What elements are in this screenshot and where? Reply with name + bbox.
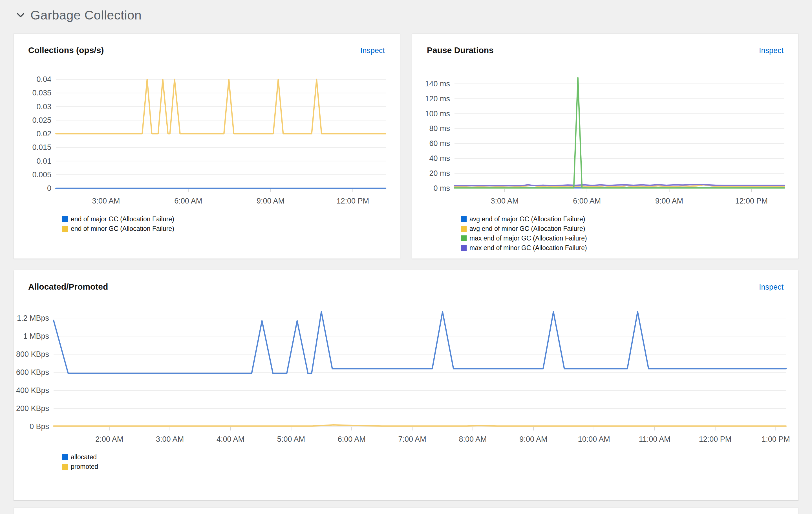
series-line-allocated [54, 312, 786, 374]
y-axis-label: 80 ms [429, 124, 450, 133]
y-axis-label: 0 Bps [30, 422, 49, 431]
panel-header: Collections (ops/s) Inspect [13, 34, 400, 55]
legend-item: end of minor GC (Allocation Failure) [62, 225, 400, 233]
section-header: Garbage Collection [16, 8, 142, 23]
y-axis-label: 140 ms [425, 80, 450, 88]
y-axis-label: 0.035 [32, 89, 51, 97]
x-axis-label: 11:00 AM [639, 435, 670, 443]
x-axis-label: 8:00 AM [459, 435, 487, 443]
y-axis-label: 0.015 [32, 143, 51, 152]
legend-swatch-icon [461, 236, 467, 241]
y-axis-label: 20 ms [429, 169, 450, 178]
x-axis-label: 6:00 AM [573, 197, 601, 205]
x-axis-label: 12:00 PM [337, 197, 369, 205]
legend-item: avg end of minor GC (Allocation Failure) [461, 225, 799, 233]
y-axis-label: 400 KBps [16, 386, 49, 395]
legend-item: promoted [62, 463, 799, 470]
legend-label: max end of minor GC (Allocation Failure) [469, 244, 587, 252]
section-collapse-toggle[interactable] [16, 12, 25, 18]
legend-label: max end of major GC (Allocation Failure) [469, 235, 587, 242]
y-axis-label: 0.02 [36, 130, 51, 138]
x-axis-label: 5:00 AM [277, 435, 305, 443]
section-title: Garbage Collection [30, 8, 142, 23]
chart-legend: end of major GC (Allocation Failure)end … [62, 215, 400, 233]
y-axis-label: 120 ms [425, 94, 450, 103]
x-axis-label: 12:00 PM [735, 197, 768, 205]
panel-collections: Collections (ops/s) Inspect 00.0050.010.… [13, 34, 400, 259]
legend-swatch-icon [62, 454, 68, 460]
y-axis-label: 0.04 [36, 75, 51, 84]
legend-item: avg end of major GC (Allocation Failure) [461, 215, 799, 223]
panel-header: Pause Durations Inspect [412, 34, 799, 55]
legend-label: allocated [71, 453, 97, 461]
x-axis-label: 3:00 AM [156, 435, 184, 443]
x-axis-label: 10:00 AM [578, 435, 610, 443]
y-axis-label: 0 [47, 184, 51, 192]
panel-title: Pause Durations [427, 46, 494, 55]
x-axis-label: 3:00 AM [92, 197, 120, 205]
y-axis-label: 1.2 MBps [17, 314, 49, 322]
chart-legend: allocatedpromoted [62, 453, 799, 470]
inspect-link[interactable]: Inspect [759, 283, 784, 292]
y-axis-label: 800 KBps [16, 350, 49, 358]
chevron-down-icon [16, 12, 25, 18]
x-axis-label: 2:00 AM [95, 435, 123, 443]
legend-label: end of major GC (Allocation Failure) [71, 215, 174, 223]
y-axis-label: 40 ms [429, 154, 450, 163]
x-axis-label: 4:00 AM [216, 435, 244, 443]
y-axis-label: 0.025 [32, 116, 51, 125]
legend-swatch-icon [62, 216, 68, 222]
legend-item: end of major GC (Allocation Failure) [62, 215, 400, 223]
legend-label: avg end of major GC (Allocation Failure) [469, 215, 585, 223]
legend-swatch-icon [461, 245, 467, 251]
panel-pause-durations: Pause Durations Inspect 0 ms20 ms40 ms60… [412, 34, 799, 259]
x-axis-label: 6:00 AM [174, 197, 202, 205]
legend-label: promoted [71, 463, 98, 470]
legend-swatch-icon [461, 216, 467, 222]
panel-title: Allocated/Promoted [28, 282, 108, 292]
x-axis-label: 6:00 AM [338, 435, 366, 443]
legend-swatch-icon [62, 226, 68, 232]
y-axis-label: 0 ms [433, 184, 450, 192]
inspect-link[interactable]: Inspect [759, 46, 784, 55]
x-axis-label: 12:00 PM [699, 435, 732, 443]
series-line-max-end-of-major-gc-allocation-failure- [455, 78, 784, 188]
y-axis-label: 1 MBps [23, 332, 49, 341]
x-axis-label: 1:00 PM [761, 435, 790, 443]
chart-pause-durations: 0 ms20 ms40 ms60 ms80 ms100 ms120 ms140 … [412, 67, 799, 214]
y-axis-label: 600 KBps [16, 368, 49, 377]
x-axis-label: 9:00 AM [655, 197, 683, 205]
legend-item: allocated [62, 453, 799, 461]
x-axis-label: 9:00 AM [257, 197, 285, 205]
legend-item: max end of major GC (Allocation Failure) [461, 235, 799, 242]
legend-label: avg end of minor GC (Allocation Failure) [469, 225, 585, 233]
chart-legend: avg end of major GC (Allocation Failure)… [461, 215, 799, 252]
y-axis-label: 200 KBps [16, 404, 49, 413]
next-panel-top-edge [13, 508, 799, 514]
y-axis-label: 0.005 [32, 170, 51, 179]
x-axis-label: 7:00 AM [398, 435, 426, 443]
series-line-max-end-of-minor-gc-allocation-failure- [455, 185, 784, 186]
series-line-promoted [54, 425, 786, 426]
x-axis-label: 9:00 AM [519, 435, 547, 443]
panel-header: Allocated/Promoted Inspect [13, 270, 799, 292]
panel-title: Collections (ops/s) [28, 46, 104, 55]
y-axis-label: 60 ms [429, 139, 450, 147]
panel-allocated-promoted: Allocated/Promoted Inspect 0 Bps200 KBps… [13, 270, 799, 500]
chart-collections: 00.0050.010.0150.020.0250.030.0350.043:0… [13, 67, 400, 214]
x-axis-label: 3:00 AM [491, 197, 519, 205]
legend-swatch-icon [461, 226, 467, 232]
chart-allocated-promoted: 0 Bps200 KBps400 KBps600 KBps800 KBps1 M… [13, 303, 799, 452]
legend-swatch-icon [62, 464, 68, 470]
legend-item: max end of minor GC (Allocation Failure) [461, 244, 799, 252]
legend-label: end of minor GC (Allocation Failure) [71, 225, 174, 233]
y-axis-label: 100 ms [425, 110, 450, 118]
inspect-link[interactable]: Inspect [360, 46, 385, 55]
y-axis-label: 0.03 [36, 103, 51, 111]
y-axis-label: 0.01 [36, 157, 51, 165]
